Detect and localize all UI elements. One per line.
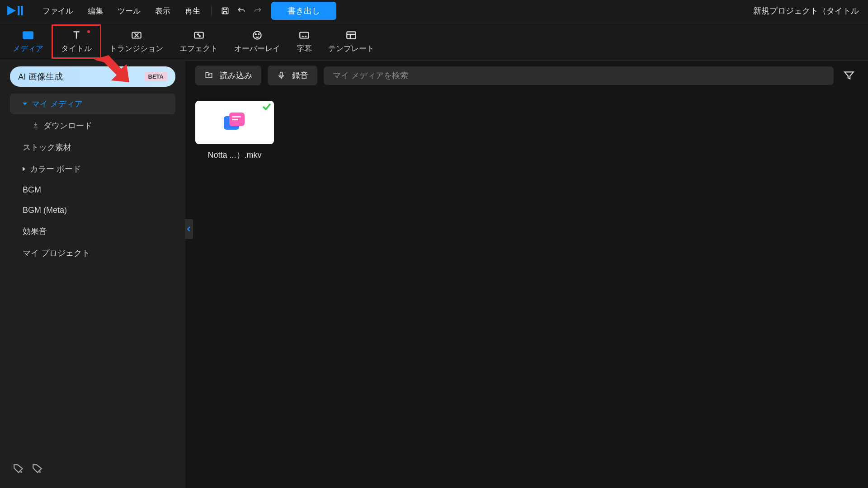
- media-icon: [22, 29, 34, 41]
- media-panel: 読み込み 録音: [185, 61, 868, 488]
- overlay-icon: [251, 29, 263, 41]
- sidebar-item-bgm-meta[interactable]: BGM (Meta): [10, 201, 175, 220]
- check-icon: [262, 103, 271, 113]
- svg-rect-11: [347, 32, 356, 38]
- category-bar: メディア タイトル トランジション エフェクト オーバーレイ 字幕: [0, 22, 868, 61]
- tag-remove-icon[interactable]: [32, 463, 43, 474]
- effect-icon: [193, 29, 205, 41]
- import-label: 読み込み: [220, 70, 252, 81]
- transition-icon: [131, 29, 142, 41]
- menu-edit[interactable]: 編集: [82, 3, 108, 19]
- search-input[interactable]: [333, 71, 825, 80]
- sidebar-footer: [0, 455, 185, 483]
- export-button[interactable]: 書き出し: [271, 2, 336, 20]
- media-grid: Notta ...）.mkv: [185, 86, 868, 175]
- tab-label: エフェクト: [179, 44, 218, 54]
- sidebar: AI 画像生成 BETA マイ メディア ダウンロード ストック素材 カラー ボ…: [0, 61, 185, 488]
- sidebar-item-label: BGM (Meta): [23, 206, 67, 215]
- media-toolbar: 読み込み 録音: [185, 61, 868, 86]
- ai-image-gen-button[interactable]: AI 画像生成 BETA: [10, 66, 175, 87]
- menu-view[interactable]: 表示: [150, 3, 176, 19]
- tab-title[interactable]: タイトル: [52, 24, 101, 59]
- media-thumb-graphic: [221, 111, 248, 134]
- sidebar-item-sfx[interactable]: 効果音: [10, 221, 175, 242]
- sidebar-item-label: カラー ボード: [30, 164, 81, 174]
- svg-rect-3: [222, 8, 228, 14]
- redo-icon[interactable]: [250, 3, 266, 19]
- tab-transition[interactable]: トランジション: [101, 26, 171, 57]
- save-icon[interactable]: [217, 3, 233, 19]
- tab-subtitle[interactable]: 字幕: [288, 26, 320, 57]
- filter-button[interactable]: [840, 66, 858, 84]
- content-area: AI 画像生成 BETA マイ メディア ダウンロード ストック素材 カラー ボ…: [0, 61, 868, 488]
- beta-badge: BETA: [145, 72, 167, 81]
- tab-label: タイトル: [61, 44, 92, 54]
- svg-rect-2: [21, 6, 23, 16]
- tab-label: メディア: [13, 44, 43, 54]
- tab-label: テンプレート: [328, 44, 374, 54]
- sidebar-item-stock[interactable]: ストック素材: [10, 137, 175, 158]
- subtitle-icon: [298, 29, 310, 41]
- sidebar-item-download[interactable]: ダウンロード: [10, 115, 175, 136]
- sidebar-item-colorboard[interactable]: カラー ボード: [10, 159, 175, 179]
- collapse-sidebar-button[interactable]: [185, 219, 193, 239]
- record-label: 録音: [292, 70, 308, 81]
- svg-point-9: [258, 33, 259, 34]
- svg-rect-10: [300, 32, 309, 38]
- undo-icon[interactable]: [233, 3, 250, 19]
- menu-playback[interactable]: 再生: [179, 3, 206, 19]
- tab-label: 字幕: [297, 44, 312, 54]
- tab-template[interactable]: テンプレート: [320, 26, 382, 57]
- svg-rect-17: [232, 119, 238, 120]
- menu-items: ファイル 編集 ツール 表示 再生: [37, 3, 206, 19]
- svg-point-8: [255, 33, 256, 34]
- sidebar-item-my-media[interactable]: マイ メディア: [10, 94, 175, 114]
- sidebar-item-label: BGM: [23, 185, 41, 195]
- svg-marker-0: [7, 6, 16, 16]
- sidebar-item-label: マイ メディア: [32, 99, 83, 109]
- download-icon: [33, 122, 39, 130]
- menubar: ファイル 編集 ツール 表示 再生 書き出し 新規プロジェクト（タイトル: [0, 0, 868, 22]
- svg-point-7: [253, 31, 261, 39]
- chevron-down-icon: [23, 103, 27, 105]
- microphone-icon: [277, 71, 286, 80]
- tab-overlay[interactable]: オーバーレイ: [226, 26, 288, 57]
- import-icon: [204, 71, 213, 80]
- sidebar-item-label: 効果音: [23, 226, 47, 237]
- sidebar-item-label: ダウンロード: [43, 120, 92, 131]
- sidebar-item-label: ストック素材: [23, 142, 71, 153]
- media-item-name: Notta ...）.mkv: [208, 150, 261, 160]
- media-thumbnail: [195, 101, 274, 144]
- tab-effect[interactable]: エフェクト: [171, 26, 226, 57]
- ai-button-label: AI 画像生成: [18, 71, 63, 82]
- filter-icon: [843, 70, 855, 81]
- project-title: 新規プロジェクト（タイトル: [753, 5, 863, 16]
- tab-label: オーバーレイ: [234, 44, 280, 54]
- svg-rect-1: [18, 6, 19, 16]
- media-item[interactable]: Notta ...）.mkv: [195, 101, 274, 160]
- import-button[interactable]: 読み込み: [195, 66, 261, 85]
- search-box[interactable]: [324, 66, 834, 85]
- tab-media[interactable]: メディア: [5, 26, 52, 57]
- svg-rect-4: [23, 32, 33, 38]
- tab-label: トランジション: [109, 44, 163, 54]
- record-button[interactable]: 録音: [268, 66, 317, 85]
- chevron-right-icon: [23, 167, 25, 171]
- svg-rect-13: [280, 72, 283, 76]
- notification-dot: [87, 30, 90, 33]
- menu-tools[interactable]: ツール: [112, 3, 146, 19]
- separator: [211, 5, 212, 16]
- menu-file[interactable]: ファイル: [37, 3, 79, 19]
- template-icon: [345, 29, 357, 41]
- svg-rect-16: [232, 116, 241, 117]
- title-icon: [71, 29, 82, 41]
- sidebar-item-bgm[interactable]: BGM: [10, 180, 175, 200]
- tag-add-icon[interactable]: [13, 463, 24, 474]
- sidebar-item-label: マイ プロジェクト: [23, 248, 90, 258]
- sidebar-item-my-project[interactable]: マイ プロジェクト: [10, 243, 175, 263]
- app-logo: [5, 5, 28, 17]
